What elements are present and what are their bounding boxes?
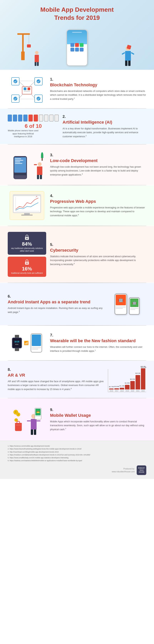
lowcode-visual bbox=[8, 150, 46, 179]
svg-rect-4 bbox=[27, 44, 31, 48]
lock-icon-red bbox=[24, 259, 30, 265]
bar-fill: $10.6B bbox=[135, 375, 140, 390]
phone-icon bbox=[39, 114, 43, 122]
figure-left bbox=[35, 51, 39, 66]
bar-item: $10.6B 2021 bbox=[135, 375, 140, 392]
bar-item: $0.84B 2017 bbox=[114, 388, 119, 392]
bar-fill: $1.23B bbox=[120, 388, 124, 390]
footer-ref-item: 3. http://marchead.com/blog/mobile-app-d… bbox=[8, 450, 146, 454]
wallet-title: Mobile Wallet Usage bbox=[50, 413, 146, 418]
bar-value: $3.35B bbox=[125, 382, 129, 384]
bar-item: $3.35B 2019 bbox=[125, 385, 129, 392]
wallet-number: 9. bbox=[50, 408, 146, 412]
section-cyber: 84% say traditional cybersecurity soluti… bbox=[0, 226, 154, 282]
wallet-desc: Mobile Apps which incorporate wallet fun… bbox=[50, 420, 146, 432]
footer: 1. https://science.com/mobile-app-develo… bbox=[0, 440, 154, 479]
lowcode-desc: Although low-code development has not be… bbox=[50, 165, 146, 177]
footer-url: www.robusttechhouse.com bbox=[112, 470, 135, 473]
svg-point-31 bbox=[26, 238, 28, 239]
bar-label: 2016 bbox=[110, 390, 113, 392]
arvr-desc: AR and VR mobile apps have changed the f… bbox=[8, 380, 104, 391]
section-blockchain: 1. Blockchain Technology Blockchains are… bbox=[0, 70, 154, 108]
ai-desc: AI is a key driver for digital transform… bbox=[63, 127, 146, 138]
svg-rect-24 bbox=[14, 196, 40, 212]
blockchain-title: Blockchain Technology bbox=[50, 82, 146, 88]
cyber-number: 5. bbox=[50, 242, 146, 247]
arvr-text: 8. AR & VR AR and VR mobile apps have ch… bbox=[8, 367, 104, 392]
bar-label: 2019 bbox=[125, 390, 129, 392]
ai-stat: 6 of 10 bbox=[8, 123, 59, 129]
bar-item: $1.23B 2018 bbox=[120, 388, 124, 392]
cyber-label-84: say traditional cybersecurity solutions … bbox=[11, 247, 44, 252]
bar-fill: $0.84B bbox=[114, 388, 119, 390]
phone-icon bbox=[49, 114, 54, 122]
crane-icon bbox=[16, 33, 31, 60]
phone-icon bbox=[18, 114, 22, 122]
cyber-desc: Statistics indicate that businesses of a… bbox=[50, 254, 146, 266]
cyber-stat-dark: 84% say traditional cybersecurity soluti… bbox=[8, 232, 46, 255]
arvr-title: AR & VR bbox=[8, 372, 104, 378]
svg-rect-19 bbox=[22, 86, 32, 94]
cyber-text: 5. Cybersecurity Statistics indicate tha… bbox=[50, 242, 146, 266]
bar-label: 2018 bbox=[120, 390, 124, 392]
bar-value: $0.84B bbox=[114, 386, 119, 387]
pwa-number: 4. bbox=[50, 194, 146, 198]
cyber-label-16: traditional security tools are sufficien… bbox=[11, 272, 44, 274]
android-title: Android Instant Apps as a separate trend bbox=[8, 299, 104, 305]
bar-label: 2017 bbox=[115, 390, 118, 392]
bar-fill: $3.35B bbox=[125, 385, 129, 390]
phone-icon bbox=[34, 114, 38, 122]
wearable-desc: Wearables will further connect our lives… bbox=[50, 345, 146, 353]
section-ai: 2. Artificial Intelligence (AI) AI is a … bbox=[0, 108, 154, 144]
svg-rect-2 bbox=[21, 52, 25, 60]
section-wallet: 9. Mobile Wallet Usage Mobile Apps which… bbox=[0, 398, 154, 440]
wearable-number: 7. bbox=[50, 333, 146, 338]
pwa-title: Progressive Web Apps bbox=[50, 199, 146, 204]
ai-text: 2. Artificial Intelligence (AI) AI is a … bbox=[63, 114, 146, 138]
phone-icon bbox=[8, 114, 12, 122]
bar-item: $15.5B 2022 bbox=[141, 368, 145, 392]
svg-rect-28 bbox=[21, 214, 33, 216]
svg-point-16 bbox=[14, 97, 17, 100]
svg-text:↗: ↗ bbox=[35, 195, 37, 198]
svg-rect-27 bbox=[24, 213, 30, 214]
wearable-visual: 10:25MON 📶 bbox=[8, 333, 46, 352]
bar-value: $15.5B bbox=[141, 366, 145, 367]
header-section: Mobile App Development Trends for 2019 bbox=[0, 0, 154, 70]
bar-value: $10.6B bbox=[135, 372, 140, 374]
cyber-visual: 84% say traditional cybersecurity soluti… bbox=[8, 232, 46, 277]
svg-point-14 bbox=[37, 80, 40, 83]
bar-label: 2021 bbox=[136, 390, 139, 392]
svg-rect-21 bbox=[28, 88, 30, 90]
bar-chart: $0.73B 2016 $0.84B 2017 $1.23B 2018 $3.3… bbox=[108, 369, 146, 392]
lowcode-text: 3. Low-code Development Although low-cod… bbox=[50, 153, 146, 177]
svg-rect-22 bbox=[24, 91, 30, 92]
page-title: Mobile App Development Trends for 2019 bbox=[4, 6, 150, 22]
wallet-visual: $ $ $ 💳 bbox=[8, 404, 46, 435]
arvr-visual: $15.5B $0.73B 2016 $0.84B 2017 $1.23B 20… bbox=[108, 366, 146, 392]
ai-visual: 6 of 10 Mobile phone owners have used ap… bbox=[8, 114, 59, 138]
produced-by-label: Produced by: bbox=[112, 468, 135, 470]
footer-ref-item: 6. https://statista.com/statistics/46809… bbox=[8, 459, 146, 462]
phone-icon bbox=[44, 114, 48, 122]
phone-icon bbox=[55, 114, 59, 122]
svg-rect-20 bbox=[24, 88, 26, 90]
bar-fill: $15.5B bbox=[141, 368, 145, 390]
phone-icon bbox=[13, 114, 17, 122]
bar-item: $6.22B 2020 bbox=[130, 381, 135, 392]
pwa-desc: Progressive web apps provide a mobile ex… bbox=[50, 206, 146, 218]
ai-number: 2. bbox=[63, 114, 146, 119]
ai-title: Artificial Intelligence (AI) bbox=[63, 120, 146, 125]
arvr-number: 8. bbox=[8, 367, 104, 372]
blockchain-number: 1. bbox=[50, 77, 146, 82]
svg-rect-0 bbox=[22, 33, 24, 52]
footer-references: 1. https://science.com/mobile-app-develo… bbox=[8, 445, 146, 462]
blockchain-visual bbox=[8, 76, 46, 102]
section-arvr: 8. AR & VR AR and VR mobile apps have ch… bbox=[0, 361, 154, 398]
cyber-percent-16: 16% bbox=[11, 266, 44, 272]
footer-ref-item: 5. https://www.smallbizlady.com/25-mobil… bbox=[8, 456, 146, 459]
bar-item: $0.73B 2016 bbox=[109, 388, 114, 392]
blockchain-text: 1. Blockchain Technology Blockchains are… bbox=[50, 77, 146, 101]
wallet-text: 9. Mobile Wallet Usage Mobile Apps which… bbox=[50, 408, 146, 432]
bar-value: $6.22B bbox=[130, 378, 135, 380]
